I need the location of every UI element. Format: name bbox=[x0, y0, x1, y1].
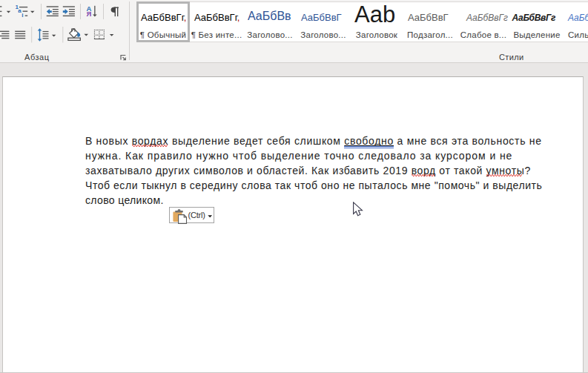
svg-text:Я: Я bbox=[86, 10, 91, 18]
svg-text:i: i bbox=[22, 12, 23, 19]
